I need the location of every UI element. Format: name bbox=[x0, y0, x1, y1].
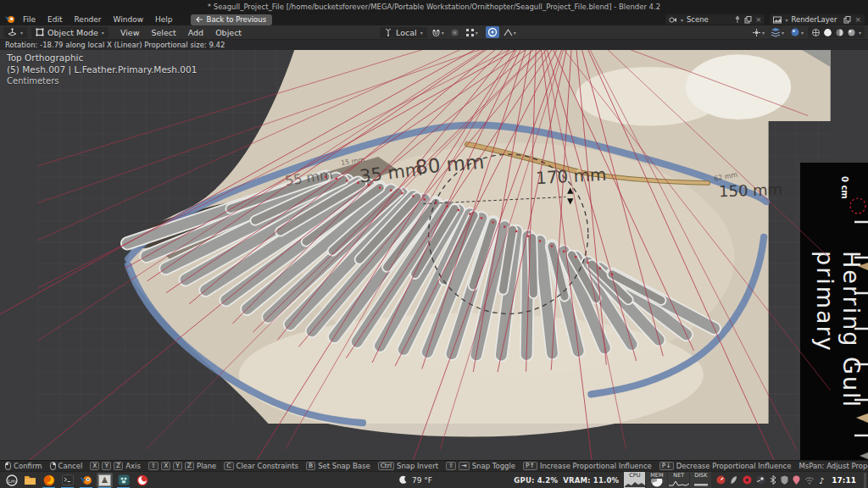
pivot-point-button[interactable]: ▾ bbox=[464, 27, 480, 38]
monitor-mem[interactable]: MEM bbox=[646, 472, 667, 488]
gizmo-icon bbox=[752, 28, 761, 37]
viewport-3d[interactable]: 55 mm35 mm80 mm170 mm150 mm15 mm62 mm He… bbox=[0, 40, 868, 460]
transform-orientation-selector[interactable]: Local ▾ bbox=[380, 27, 427, 38]
ruler-origin-label: 0 cm bbox=[840, 176, 849, 199]
gpu-usage-label: GPU: 4.2% bbox=[514, 476, 558, 485]
snap-toggle-button[interactable]: ▾ bbox=[430, 27, 446, 38]
proportional-circle-icon bbox=[487, 27, 498, 37]
measurement-label: 150 mm bbox=[719, 180, 783, 201]
unlink-icon[interactable]: × bbox=[854, 15, 861, 24]
key-badge: ⇧ bbox=[148, 462, 159, 470]
editor-3dview-icon bbox=[8, 28, 17, 36]
menu-help[interactable]: Help bbox=[149, 15, 179, 24]
magnet-icon bbox=[431, 28, 441, 37]
weather-applet[interactable]: 79 °F bbox=[398, 475, 432, 485]
header-menu-select[interactable]: Select bbox=[146, 28, 181, 37]
music-icon[interactable]: ♪ bbox=[819, 475, 826, 485]
renderlayer-icon bbox=[773, 16, 782, 24]
shading-material-icon[interactable] bbox=[835, 28, 844, 37]
keepass-icon[interactable] bbox=[743, 475, 752, 485]
viewport-header: ▾ Object Mode ▾ ViewSelectAddObject Loca… bbox=[0, 25, 868, 40]
ruler-specimen-label: Herring Gull primary bbox=[812, 251, 865, 460]
keymap-hint: Cancel bbox=[50, 462, 83, 470]
key-badge: B bbox=[306, 462, 315, 470]
taskbar-app-firefox[interactable] bbox=[41, 473, 57, 488]
key-badge: X bbox=[90, 462, 99, 470]
gauge-icon[interactable] bbox=[716, 475, 726, 485]
clock[interactable]: 17:11 bbox=[832, 476, 856, 485]
xray-button[interactable]: ▾ bbox=[788, 26, 805, 38]
temperature-label: 79 °F bbox=[412, 476, 432, 485]
shield-icon[interactable] bbox=[781, 475, 788, 485]
snap-target-button[interactable] bbox=[448, 27, 461, 38]
scene-selector[interactable]: ▾ Scene × bbox=[665, 14, 765, 25]
taskbar-app-image-viewer[interactable] bbox=[97, 473, 113, 488]
scene-name: Scene bbox=[687, 15, 731, 24]
orientation-icon bbox=[384, 28, 392, 36]
menu-window[interactable]: Window bbox=[108, 15, 150, 24]
renderlayer-selector[interactable]: ▾ RenderLayer × bbox=[770, 14, 865, 25]
taskbar-app-file-manager[interactable] bbox=[22, 473, 38, 488]
pin-icon[interactable] bbox=[734, 16, 741, 23]
key-badge: ⇥ bbox=[459, 462, 469, 470]
feather-icon[interactable] bbox=[730, 475, 738, 485]
overlays-button[interactable]: ▾ bbox=[769, 26, 786, 38]
proportional-editing-button[interactable] bbox=[486, 26, 499, 38]
blender-logo-icon[interactable] bbox=[3, 14, 17, 25]
svg-text:Lm: Lm bbox=[8, 477, 15, 483]
location-pin-icon[interactable] bbox=[793, 475, 800, 485]
xray-icon bbox=[790, 27, 800, 37]
system-monitors: CPUMEMNETDISK bbox=[624, 472, 711, 488]
window-title: * Seagull_Project_File [/home/bucketsfor… bbox=[208, 3, 660, 11]
menu-render[interactable]: Render bbox=[69, 15, 108, 24]
renderlayer-name: RenderLayer bbox=[791, 15, 840, 24]
monitor-disk[interactable]: DISK bbox=[690, 472, 711, 488]
keymap-hint: P↓Decrease Proportional Influence bbox=[659, 462, 792, 470]
taskbar-app-red-swirl[interactable] bbox=[134, 473, 150, 488]
taskbar-app-terminal[interactable] bbox=[59, 473, 75, 488]
taskbar-app-blender[interactable] bbox=[78, 473, 94, 488]
overlays-icon bbox=[771, 27, 781, 37]
vram-usage-label: VRAM: 11.0% bbox=[563, 476, 619, 485]
view-label: Top Orthographic bbox=[7, 52, 197, 64]
keymap-hint: P↑Increase Proportional Influence bbox=[523, 462, 652, 470]
key-badge: P↑ bbox=[523, 462, 537, 470]
monitor-net[interactable]: NET bbox=[668, 472, 689, 488]
taskbar-app-paw-app[interactable] bbox=[115, 473, 131, 488]
new-copy-icon[interactable] bbox=[843, 16, 851, 24]
editor-type-button[interactable]: ▾ bbox=[3, 27, 27, 38]
shading-wireframe-icon[interactable] bbox=[811, 28, 821, 37]
keymap-status-bar: ConfirmCancelXYZAxis⇧XYZPlaneCClear Cons… bbox=[0, 460, 868, 471]
show-gizmo-button[interactable]: ▾ bbox=[750, 27, 766, 38]
key-badge: Z bbox=[185, 462, 194, 470]
mode-label: Object Mode bbox=[47, 28, 98, 37]
menu-edit[interactable]: Edit bbox=[42, 15, 68, 24]
taskbar-app-mint-menu[interactable]: Lm bbox=[3, 473, 19, 488]
new-copy-icon[interactable] bbox=[744, 16, 752, 24]
back-to-previous-button[interactable]: Back to Previous bbox=[191, 14, 273, 25]
header-menu-view[interactable]: View bbox=[115, 28, 145, 37]
header-menu-add[interactable]: Add bbox=[183, 28, 209, 37]
proportional-falloff-button[interactable]: ▾ bbox=[502, 27, 518, 38]
monitor-cpu[interactable]: CPU bbox=[624, 472, 645, 488]
key-badge: C bbox=[224, 462, 233, 470]
shading-solid-icon[interactable] bbox=[823, 28, 832, 37]
key-badge: Y bbox=[102, 462, 111, 470]
header-menu-object[interactable]: Object bbox=[210, 28, 247, 37]
show-desktop-button[interactable] bbox=[864, 473, 866, 488]
menu-file[interactable]: File bbox=[17, 15, 42, 24]
shading-rendered-icon[interactable] bbox=[847, 28, 856, 37]
unlink-icon[interactable]: × bbox=[755, 15, 762, 24]
key-badge: ⇧ bbox=[446, 462, 456, 470]
window-titlebar: * Seagull_Project_File [/home/bucketsfor… bbox=[0, 0, 868, 14]
viewport-info-overlay: Top Orthographic (5) Mesh.007 | L.Feathe… bbox=[7, 52, 197, 87]
mode-selector[interactable]: Object Mode ▾ bbox=[31, 27, 108, 38]
bluetooth-icon[interactable] bbox=[770, 475, 776, 485]
steam-icon[interactable] bbox=[756, 475, 765, 485]
snap-increment-icon bbox=[450, 28, 459, 37]
key-badge: Z bbox=[114, 462, 123, 470]
orientation-label: Local bbox=[396, 28, 417, 37]
wifi-icon[interactable] bbox=[804, 476, 815, 485]
object-mode-icon bbox=[36, 28, 44, 36]
svg-text:♪: ♪ bbox=[819, 476, 824, 485]
